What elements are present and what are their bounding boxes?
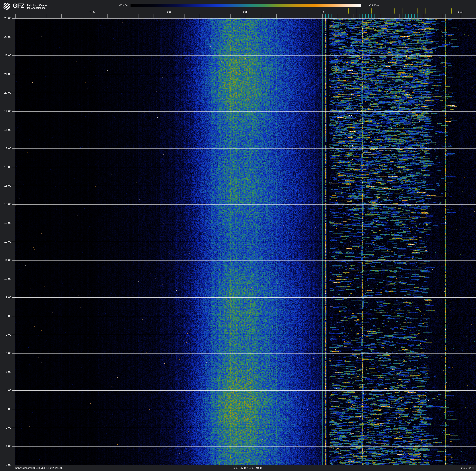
colorbar-max-label: -55 dBm [369,4,379,7]
time-axis-tick-label: 7:00 [0,333,11,336]
time-axis-tick-label: 6:00 [0,352,11,355]
time-axis-tick-label: 21:00 [0,72,11,76]
gfz-logo [3,2,10,10]
time-axis-tick-label: 8:00 [0,314,11,318]
time-axis-tick-label: 11:00 [0,259,11,262]
time-axis-tick-label: 18:00 [0,128,11,131]
freq-axis-tick-label: 2.3 [163,11,175,14]
time-axis-tick-label: 12:00 [0,240,11,243]
spectrogram-page: GFZ Helmholtz Centre for Geosciences -75… [0,0,476,471]
time-axis-tick-label: 0:00 [0,463,11,466]
time-axis-tick-label: 20:00 [0,91,11,94]
time-axis-tick-label: 13:00 [0,221,11,224]
time-axis-tick-label: 24:00 [0,17,11,20]
freq-axis-tick-label: 2.35 [239,11,252,14]
time-axis-tick-label: 23:00 [0,35,11,38]
freq-axis-tick-label: 2.4 [316,11,329,14]
spectrogram-canvas [0,0,476,471]
colorbar-min-label: -75 dBm [98,4,128,7]
time-axis-tick-label: 22:00 [0,54,11,57]
freq-axis-tick-label: 2.49 [455,11,467,14]
time-axis-tick-label: 3:00 [0,408,11,411]
logo-subtitle: Helmholtz Centre for Geosciences [27,4,47,9]
time-axis-tick-label: 2:00 [0,426,11,429]
time-axis-tick-label: 15:00 [0,184,11,187]
time-axis-tick-label: 1:00 [0,445,11,448]
time-axis-tick-label: 17:00 [0,147,11,150]
logo-subtitle-line2: for Geosciences [27,7,47,9]
footer-dataset-id: 2_2200_2500_10000_40_0 [15,467,476,470]
footer-date: 2026-02-21 [428,467,475,470]
time-axis-tick-label: 10:00 [0,277,11,280]
gfz-logo-icon [3,2,10,10]
time-axis-tick-label: 4:00 [0,389,11,392]
freq-axis-tick-label: 2.25 [86,11,98,14]
logo-subtitle-line1: Helmholtz Centre [27,4,47,7]
time-axis-tick-label: 14:00 [0,203,11,206]
logo-acronym: GFZ [13,2,24,9]
time-axis-tick-label: 16:00 [0,165,11,169]
time-axis-tick-label: 19:00 [0,110,11,113]
time-axis-tick-label: 9:00 [0,296,11,299]
time-axis-tick-label: 5:00 [0,370,11,373]
